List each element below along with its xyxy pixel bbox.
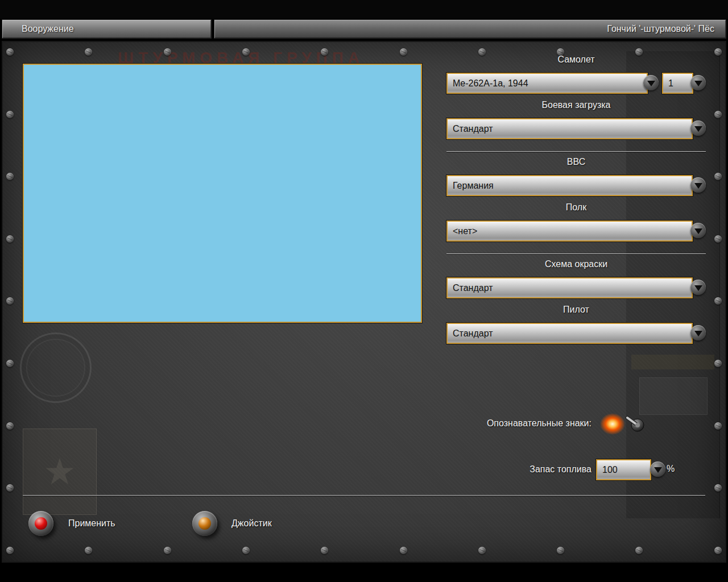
red-lamp-icon bbox=[35, 517, 47, 530]
screw-icon bbox=[714, 422, 722, 430]
aircraft-dropdown-arrow[interactable] bbox=[643, 75, 659, 90]
aircraft-count-input[interactable]: 1 bbox=[662, 73, 693, 94]
amber-lamp-icon bbox=[198, 517, 211, 530]
joystick-button-label: Джойстик bbox=[231, 518, 272, 529]
aircraft-label: Самолет bbox=[446, 55, 706, 65]
screw-icon bbox=[400, 547, 407, 554]
screw-icon bbox=[164, 48, 171, 56]
apply-button[interactable] bbox=[28, 511, 53, 536]
screw-icon bbox=[714, 547, 722, 554]
background-plate-decoration bbox=[639, 377, 708, 415]
loadout-select[interactable]: Стандарт bbox=[446, 118, 693, 139]
fuel-input-value: 100 bbox=[602, 465, 618, 475]
screw-icon bbox=[714, 111, 722, 118]
screw-icon bbox=[164, 547, 171, 554]
background-photo-decoration: ★ bbox=[23, 429, 97, 515]
background-sign-decoration bbox=[631, 355, 714, 369]
screw-icon bbox=[478, 547, 486, 554]
regiment-select[interactable]: <нет> bbox=[446, 221, 693, 242]
aircraft-count-arrow[interactable] bbox=[690, 75, 706, 90]
pilot-select-value: Стандарт bbox=[453, 329, 493, 339]
fuel-label: Запас топлива bbox=[392, 464, 592, 475]
airforce-label: ВВС bbox=[446, 157, 706, 167]
screw-icon bbox=[714, 360, 722, 367]
background-gauge-decoration bbox=[20, 332, 92, 403]
screw-icon bbox=[6, 48, 14, 56]
regiment-select-value: <нет> bbox=[453, 226, 477, 236]
aircraft-preview bbox=[23, 64, 422, 323]
aircraft-select[interactable]: Me-262A-1a, 1944 bbox=[446, 73, 648, 94]
screw-icon bbox=[400, 48, 407, 56]
screw-icon bbox=[714, 235, 722, 243]
separator bbox=[23, 495, 705, 496]
regiment-label: Полк bbox=[446, 202, 706, 213]
aircraft-select-value: Me-262A-1a, 1944 bbox=[453, 78, 528, 89]
loadout-select-value: Стандарт bbox=[453, 124, 493, 134]
airforce-dropdown-arrow[interactable] bbox=[690, 177, 706, 193]
pilot-dropdown-arrow[interactable] bbox=[690, 325, 706, 340]
aircraft-count-value: 1 bbox=[668, 78, 673, 89]
markings-indicator-lamp-icon bbox=[600, 413, 625, 435]
screw-icon bbox=[242, 48, 250, 56]
header-bar: Гончий '-штурмовой-' Пёс bbox=[214, 19, 726, 39]
mission-title: Гончий '-штурмовой-' Пёс bbox=[607, 24, 714, 34]
screw-icon bbox=[714, 48, 722, 56]
screw-icon bbox=[557, 547, 564, 554]
screw-icon bbox=[6, 547, 14, 554]
loadout-dropdown-arrow[interactable] bbox=[690, 120, 706, 136]
separator bbox=[446, 151, 706, 152]
markings-label: Опознавательные знаки: bbox=[364, 418, 592, 429]
loadout-label: Боевая загрузка bbox=[446, 100, 706, 110]
fuel-dropdown-arrow[interactable] bbox=[650, 462, 665, 477]
airforce-select-value: Германия bbox=[453, 181, 494, 191]
pilot-label: Пилот bbox=[446, 305, 706, 315]
screw-icon bbox=[6, 111, 14, 118]
top-strip bbox=[0, 0, 728, 19]
markings-toggle-switch[interactable] bbox=[622, 414, 648, 434]
pilot-select[interactable]: Стандарт bbox=[446, 323, 693, 344]
separator bbox=[446, 253, 706, 254]
paint-scheme-label: Схема окраски bbox=[446, 259, 706, 269]
fuel-input[interactable]: 100 bbox=[596, 459, 651, 480]
tab-armament-label: Вооружение bbox=[22, 24, 74, 34]
airforce-select[interactable]: Германия bbox=[446, 175, 693, 196]
tab-armament[interactable]: Вооружение bbox=[2, 19, 212, 39]
paint-scheme-dropdown-arrow[interactable] bbox=[690, 280, 706, 295]
paint-scheme-select-value: Стандарт bbox=[453, 283, 493, 293]
paint-scheme-select[interactable]: Стандарт bbox=[446, 277, 693, 298]
screw-icon bbox=[242, 547, 250, 554]
joystick-button[interactable] bbox=[192, 511, 217, 536]
screw-icon bbox=[6, 422, 14, 430]
apply-button-label: Применить bbox=[68, 518, 115, 529]
screw-icon bbox=[6, 360, 14, 367]
fuel-unit-label: % bbox=[667, 464, 675, 474]
regiment-dropdown-arrow[interactable] bbox=[690, 223, 706, 238]
screw-icon bbox=[6, 235, 14, 243]
